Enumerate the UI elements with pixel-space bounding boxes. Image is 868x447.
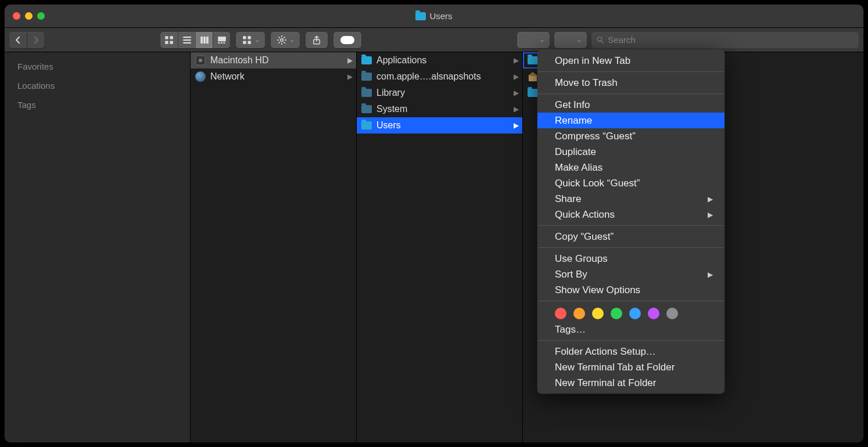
menu-item-label: New Terminal at Folder bbox=[555, 377, 656, 389]
menu-item-label: Show View Options bbox=[555, 284, 640, 296]
menu-tags[interactable]: Tags… bbox=[537, 322, 724, 337]
column-item-snapshots[interactable]: com.apple….alsnapshots ▶ bbox=[357, 69, 522, 85]
menu-share[interactable]: Share▶ bbox=[537, 191, 724, 207]
content-area: Favorites Locations Tags Macintosh HD ▶ … bbox=[5, 52, 863, 442]
column-view-icon bbox=[199, 35, 210, 45]
view-column-button[interactable] bbox=[195, 32, 213, 48]
svg-point-20 bbox=[597, 37, 601, 41]
menu-rename[interactable]: Rename bbox=[537, 113, 724, 128]
search-input[interactable] bbox=[608, 35, 854, 45]
folder-icon bbox=[361, 56, 372, 64]
column-item-macintosh-hd[interactable]: Macintosh HD ▶ bbox=[191, 52, 356, 69]
menu-folder-actions-setup[interactable]: Folder Actions Setup… bbox=[537, 344, 724, 359]
svg-rect-3 bbox=[170, 41, 173, 44]
submenu-arrow-icon: ▶ bbox=[708, 195, 713, 203]
tag-color-dot[interactable] bbox=[648, 308, 659, 319]
context-menu: Open in New Tab Move to Trash Get Info R… bbox=[537, 50, 724, 394]
chevron-right-icon: ▶ bbox=[514, 121, 519, 129]
svg-rect-9 bbox=[206, 37, 209, 44]
sidebar-section-locations[interactable]: Locations bbox=[5, 76, 190, 95]
chevron-right-icon: ▶ bbox=[514, 105, 519, 113]
toolbar: ⌵ ⌵ ⌵ ⌵ bbox=[5, 28, 863, 52]
menu-item-label: Copy “Guest” bbox=[555, 231, 614, 243]
column-item-network[interactable]: Network ▶ bbox=[191, 69, 356, 85]
column-item-applications[interactable]: Applications ▶ bbox=[357, 52, 522, 69]
action-dropdown[interactable]: ⌵ bbox=[271, 32, 300, 48]
menu-duplicate[interactable]: Duplicate bbox=[537, 144, 724, 160]
menu-item-label: Folder Actions Setup… bbox=[555, 346, 656, 358]
menu-sort-by[interactable]: Sort By▶ bbox=[537, 266, 724, 282]
svg-rect-16 bbox=[243, 41, 246, 44]
tag-color-dot[interactable] bbox=[555, 308, 566, 319]
menu-quick-actions[interactable]: Quick Actions▶ bbox=[537, 207, 724, 222]
view-icon-button[interactable] bbox=[160, 32, 178, 48]
back-button[interactable] bbox=[9, 32, 27, 48]
close-button[interactable] bbox=[13, 12, 20, 20]
zoom-button[interactable] bbox=[37, 12, 45, 20]
item-label: System bbox=[376, 104, 407, 114]
menu-compress[interactable]: Compress “Guest” bbox=[537, 128, 724, 144]
tag-color-dot[interactable] bbox=[573, 308, 585, 319]
toolbar-dropdown-1[interactable]: ⌵ bbox=[517, 32, 550, 48]
menu-make-alias[interactable]: Make Alias bbox=[537, 160, 724, 175]
column-item-library[interactable]: Library ▶ bbox=[357, 85, 522, 101]
sidebar: Favorites Locations Tags bbox=[5, 52, 191, 442]
sidebar-section-favorites[interactable]: Favorites bbox=[5, 57, 190, 76]
folder-icon bbox=[361, 121, 372, 129]
menu-item-label: Share bbox=[555, 193, 581, 205]
menu-item-label: New Terminal Tab at Folder bbox=[555, 362, 675, 373]
toolbar-dropdown-2[interactable]: ⌵ bbox=[554, 32, 587, 48]
group-by-dropdown[interactable]: ⌵ bbox=[236, 32, 265, 48]
menu-copy[interactable]: Copy “Guest” bbox=[537, 229, 724, 244]
icon-view-icon bbox=[164, 35, 174, 45]
menu-move-to-trash[interactable]: Move to Trash bbox=[537, 75, 724, 91]
search-field[interactable] bbox=[591, 32, 859, 48]
menu-item-label: Open in New Tab bbox=[555, 55, 630, 67]
svg-rect-15 bbox=[248, 36, 251, 39]
minimize-button[interactable] bbox=[25, 12, 33, 20]
tag-color-dot[interactable] bbox=[592, 308, 604, 319]
menu-separator bbox=[538, 301, 724, 301]
menu-use-groups[interactable]: Use Groups bbox=[537, 251, 724, 266]
tag-color-dot[interactable] bbox=[611, 308, 622, 319]
menu-new-terminal-tab[interactable]: New Terminal Tab at Folder bbox=[537, 359, 724, 375]
chevron-right-icon: ▶ bbox=[514, 73, 519, 81]
tag-color-dot[interactable] bbox=[666, 308, 678, 319]
svg-rect-6 bbox=[183, 42, 191, 43]
folder-icon bbox=[361, 105, 372, 113]
menu-item-label: Quick Actions bbox=[555, 209, 615, 221]
menu-item-label: Sort By bbox=[555, 269, 587, 280]
column-item-system[interactable]: System ▶ bbox=[357, 101, 522, 117]
column-browser: Macintosh HD ▶ Network ▶ Applications ▶ bbox=[191, 52, 863, 442]
folder-icon bbox=[528, 56, 538, 64]
gallery-view-icon bbox=[217, 35, 227, 45]
home-icon bbox=[528, 72, 538, 81]
column-1: Applications ▶ com.apple….alsnapshots ▶ … bbox=[357, 52, 523, 442]
menu-separator bbox=[538, 340, 724, 341]
menu-show-view-options[interactable]: Show View Options bbox=[537, 282, 724, 298]
menu-item-label: Get Info bbox=[555, 99, 590, 111]
finder-window: Users bbox=[5, 5, 863, 442]
network-icon bbox=[195, 71, 206, 82]
forward-button[interactable] bbox=[27, 32, 44, 48]
submenu-arrow-icon: ▶ bbox=[708, 271, 713, 279]
share-icon bbox=[311, 35, 322, 45]
chevron-down-icon: ⌵ bbox=[256, 37, 259, 43]
item-label: Network bbox=[210, 71, 245, 82]
view-list-button[interactable] bbox=[178, 32, 195, 48]
share-button[interactable] bbox=[306, 32, 328, 48]
menu-item-label: Use Groups bbox=[555, 253, 608, 265]
column-item-users[interactable]: Users ▶ bbox=[357, 117, 522, 134]
svg-rect-13 bbox=[223, 42, 225, 43]
menu-get-info[interactable]: Get Info bbox=[537, 97, 724, 113]
menu-new-terminal[interactable]: New Terminal at Folder bbox=[537, 375, 724, 391]
menu-open-new-tab[interactable]: Open in New Tab bbox=[537, 53, 724, 69]
submenu-arrow-icon: ▶ bbox=[708, 211, 713, 219]
hard-drive-icon bbox=[195, 55, 206, 66]
tag-color-dot[interactable] bbox=[629, 308, 641, 319]
sidebar-section-tags[interactable]: Tags bbox=[5, 95, 190, 114]
chevron-left-icon bbox=[13, 35, 23, 45]
edit-tags-button[interactable] bbox=[333, 32, 361, 48]
menu-quick-look[interactable]: Quick Look “Guest” bbox=[537, 175, 724, 191]
view-gallery-button[interactable] bbox=[213, 32, 230, 48]
